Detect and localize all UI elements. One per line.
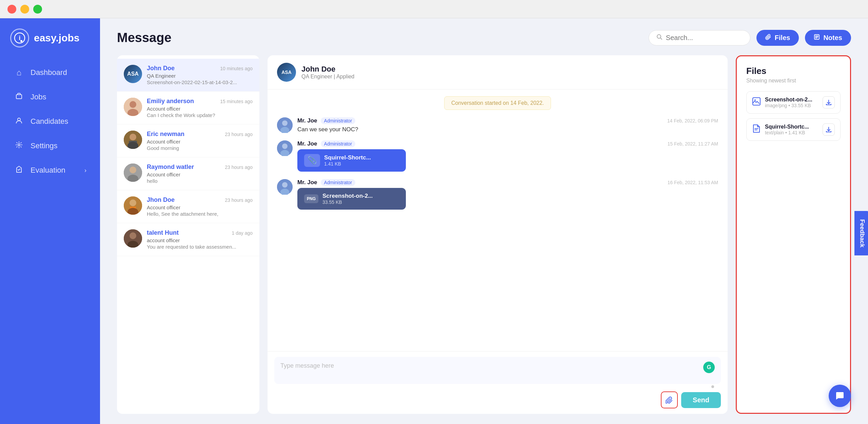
msg-role-badge: Administrator: [321, 179, 355, 186]
main-content: Message: [100, 18, 868, 424]
sidebar-item-settings[interactable]: Settings: [3, 134, 97, 157]
conv-preview: Can I check the Work update?: [147, 112, 253, 118]
conv-time: 10 minutes ago: [220, 66, 253, 71]
avatar: [124, 98, 142, 116]
files-panel-subtitle: Showing newest first: [746, 78, 841, 84]
attach-button[interactable]: [661, 391, 678, 408]
conv-role: QA Engineer: [147, 73, 253, 79]
conversation-list: ASA John Doe 10 minutes ago QA Engineer …: [117, 55, 259, 414]
conv-time: 23 hours ago: [225, 132, 253, 137]
close-btn[interactable]: [7, 5, 16, 14]
list-item[interactable]: Jhon Doe 23 hours ago Account officer He…: [117, 190, 259, 223]
download-button[interactable]: [823, 96, 835, 109]
file-name: Screenshot-on-2...: [322, 193, 373, 199]
list-item[interactable]: Emiliy anderson 15 minutes ago Account o…: [117, 92, 259, 124]
conv-name: Raymond watler: [147, 163, 194, 171]
feedback-tab[interactable]: Feedback: [854, 211, 868, 255]
sidebar-item-evaluation[interactable]: Evaluation ›: [3, 159, 97, 182]
input-actions: Send: [661, 391, 721, 408]
files-button[interactable]: Files: [756, 30, 799, 46]
chat-user-role: QA Engineer | Applied: [301, 74, 354, 80]
avatar: [277, 117, 293, 133]
message-row: Mr. Joe Administrator 15 Feb, 2022, 11:2…: [277, 140, 718, 172]
home-icon: ⌂: [14, 68, 24, 77]
chat-bubble-button[interactable]: [829, 385, 851, 407]
download-button[interactable]: [823, 123, 835, 136]
conv-preview: Screenshot-on-2022-02-15-at-14-03-2...: [147, 79, 253, 85]
conv-role: Account officer: [147, 205, 253, 210]
svg-point-29: [282, 143, 288, 149]
conv-time: 23 hours ago: [225, 165, 253, 170]
chat-avatar: ASA: [277, 63, 296, 82]
message-placeholder: Type message here: [280, 362, 334, 369]
search-input[interactable]: [666, 34, 743, 42]
avatar: ASA: [124, 65, 142, 83]
page-title: Message: [117, 31, 172, 45]
chat-header: ASA John Doe QA Engineer | Applied: [268, 55, 728, 90]
sidebar-item-label: Settings: [31, 141, 58, 150]
sidebar-item-candidates[interactable]: Candidates: [3, 110, 97, 133]
sidebar-item-dashboard[interactable]: ⌂ Dashboard: [3, 61, 97, 84]
chat-input-area: Type message here G: [268, 351, 728, 414]
file-bubble[interactable]: 📎 Squirrel-Shortc... 1.41 KB: [297, 149, 406, 172]
msg-sender: Mr. Joe: [297, 140, 317, 147]
conv-name: John Doe: [147, 65, 175, 72]
list-item[interactable]: ASA John Doe 10 minutes ago QA Engineer …: [117, 59, 259, 92]
logo-icon: i: [10, 28, 29, 47]
conv-time: 1 day ago: [232, 230, 253, 236]
png-icon: PNG: [304, 194, 318, 203]
date-divider: Conversation started on 14 Feb, 2022.: [444, 96, 551, 110]
header-right: Files Notes: [649, 30, 851, 46]
message-row: Mr. Joe Administrator 16 Feb, 2022, 11:5…: [277, 179, 718, 210]
minimize-btn[interactable]: [20, 5, 29, 14]
svg-point-16: [130, 167, 136, 173]
svg-point-35: [754, 99, 756, 101]
chevron-down-icon: ›: [84, 167, 86, 174]
msg-role-badge: Administrator: [321, 117, 355, 124]
file-item: Squirrel-Shortc... text/plain • 1.41 KB: [746, 118, 841, 141]
list-item[interactable]: talent Hunt 1 day ago account officer Yo…: [117, 223, 259, 256]
evaluation-icon: [14, 166, 24, 175]
svg-point-19: [130, 199, 136, 206]
search-box[interactable]: [649, 30, 750, 45]
svg-point-4: [18, 118, 20, 121]
msg-sender: Mr. Joe: [297, 117, 317, 124]
conv-time: 15 minutes ago: [220, 99, 253, 104]
svg-rect-34: [753, 98, 760, 105]
msg-time: 14 Feb, 2022, 06:09 PM: [667, 118, 718, 123]
file-size: 33.55 KB: [322, 199, 373, 205]
conv-role: Account officer: [147, 172, 253, 177]
file-name: Squirrel-Shortc...: [324, 154, 371, 161]
svg-point-2: [20, 40, 22, 42]
maximize-btn[interactable]: [33, 5, 42, 14]
conv-name: Eric newman: [147, 131, 184, 138]
app-container: i easy.jobs ⌂ Dashboard Jobs: [0, 18, 868, 424]
sidebar-nav: ⌂ Dashboard Jobs: [0, 61, 100, 182]
msg-sender: Mr. Joe: [297, 179, 317, 186]
file-item-meta: image/png • 33.55 KB: [765, 103, 818, 108]
sidebar-item-jobs[interactable]: Jobs: [3, 85, 97, 109]
avatar: [124, 163, 142, 182]
file-bubble[interactable]: PNG Screenshot-on-2... 33.55 KB: [297, 188, 406, 210]
svg-point-32: [282, 182, 288, 188]
avatar: [124, 229, 142, 248]
list-item[interactable]: Eric newman 23 hours ago Account officer…: [117, 124, 259, 157]
drag-handle: [711, 385, 714, 388]
chat-input-box[interactable]: Type message here G: [274, 357, 721, 384]
svg-rect-3: [16, 95, 22, 99]
chat-input-footer: Send: [274, 391, 721, 408]
search-icon: [656, 34, 663, 42]
msg-time: 16 Feb, 2022, 11:53 AM: [668, 180, 718, 185]
notes-button[interactable]: Notes: [805, 30, 851, 46]
conv-role: Account officer: [147, 106, 253, 112]
notes-icon: [814, 34, 820, 42]
svg-text:i: i: [19, 35, 20, 41]
sidebar-item-label: Jobs: [31, 93, 46, 101]
page-header: Message: [100, 18, 868, 55]
file-image-icon: [752, 97, 761, 108]
avatar: [124, 196, 142, 215]
content-area: ASA John Doe 10 minutes ago QA Engineer …: [100, 55, 868, 424]
list-item[interactable]: Raymond watler 23 hours ago Account offi…: [117, 157, 259, 190]
chat-user-name: John Doe: [301, 65, 354, 74]
send-button[interactable]: Send: [681, 392, 721, 408]
